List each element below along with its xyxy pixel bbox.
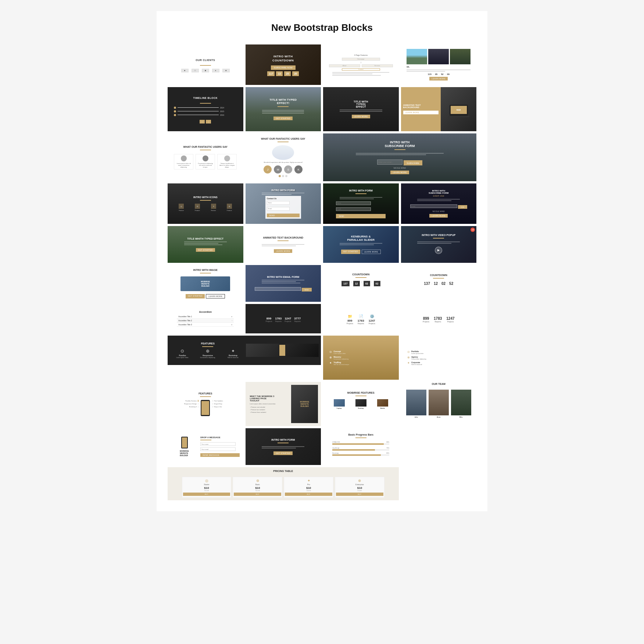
mob-feat-bg-1 — [334, 399, 345, 407]
animated-white-lines — [262, 244, 304, 246]
subscribe-dark-btn[interactable]: JOIN — [458, 205, 467, 209]
block-title-typed-forest[interactable]: TITLE WHITH TYPED EFFECT GET STARTED — [168, 226, 243, 263]
phone-screen — [279, 345, 285, 356]
pricing-period-2: /month — [234, 490, 281, 491]
block-intro-subscribe[interactable]: INTRO WITHSUBSCRIBE FORM SUBSCRIBE NICOL… — [323, 133, 476, 181]
icon-label-4: Feature — [222, 210, 237, 211]
pricing-btn-3[interactable]: Buy — [285, 493, 332, 496]
timeline-btn-1[interactable]: › — [200, 120, 205, 124]
vl-1 — [417, 242, 460, 242]
intro-image-btn-2[interactable]: LEARN MORE — [206, 294, 225, 298]
form-name-input[interactable] — [267, 201, 290, 205]
meet-text: MEET THE MOBIRISE 3LANDING PAGETOOLKIT L… — [248, 385, 291, 423]
intro-image-btn-1[interactable]: GET STARTED — [186, 294, 205, 298]
drop-send-btn[interactable]: SEND MESSAGE — [200, 453, 240, 457]
block-kenburns[interactable]: KENBURNS &PARALLAX SLIDER GET STARTED LE… — [323, 226, 399, 263]
block-our-clients[interactable]: OUR CLIENTS ◆ ⬡ ▣ ◈ ◉ — [168, 44, 243, 85]
typed-dark-btn[interactable]: LEARN MORE — [352, 115, 370, 118]
tdl-2 — [340, 111, 382, 112]
photo-caption-title: 04. — [407, 66, 471, 68]
kl-1 — [340, 243, 382, 244]
block-intro-subscribe-dark[interactable]: INTRO WITHSUBSCRIBE FORM EVENT: 2016 JOI… — [401, 183, 477, 224]
flow-row: About Services — [329, 64, 393, 67]
dot-1 — [282, 175, 284, 177]
el-1 — [262, 280, 304, 280]
accordion-item-3[interactable]: Accordion Title 3 + — [177, 323, 234, 327]
typed-forest-title: TITLE WHITH TYPED EFFECT — [187, 237, 223, 240]
fdkl-1 — [340, 197, 382, 198]
drop-name-input[interactable] — [200, 442, 236, 446]
pricing-plan-3: Pro — [285, 483, 332, 486]
pricing-btn-2[interactable]: Buy — [234, 493, 281, 496]
feat-phone-mockup — [201, 400, 210, 416]
subscribe-more-btn[interactable]: LEARN MORE — [390, 171, 409, 174]
flow-line-1 — [361, 62, 361, 63]
accordion-item-2[interactable]: Accordion Title 2 - — [177, 319, 234, 323]
animated-white-btn[interactable]: LEARN MORE — [274, 249, 292, 253]
white-icon-1: ⊙ — [407, 350, 410, 354]
timeline-btn-2[interactable]: › — [206, 120, 211, 124]
laptop-text: MOBIRISEWEBSITEBUILDER — [201, 280, 210, 287]
white-feat-desc-1: Lorem ipsum dolor — [411, 353, 423, 354]
form-submit-btn[interactable]: SEND — [267, 214, 300, 217]
form-email-input[interactable] — [267, 207, 290, 211]
subscribe-submit-btn[interactable]: SUBSCRIBE — [404, 160, 422, 165]
countdown-hours: 13 — [276, 71, 283, 76]
subscribe-email-input[interactable] — [377, 160, 402, 165]
subscribe-dark-email[interactable] — [410, 204, 457, 208]
email-form-input[interactable] — [255, 287, 301, 291]
tav-1: J — [264, 165, 272, 173]
icon-2: ⊛ — [195, 204, 200, 209]
dark-form-email[interactable] — [336, 207, 371, 211]
progress-fill-2 — [332, 449, 375, 451]
cd1-seconds: 02 — [374, 281, 380, 286]
subscribe-now-btn[interactable]: SUBSCRIBE NOW — [271, 65, 296, 70]
pricing-btn-1[interactable]: Buy — [183, 493, 230, 496]
subscribe-dark-more-btn[interactable]: LEARN MORE — [429, 214, 448, 218]
clients-title: OUR CLIENTS — [194, 57, 217, 63]
photo-grid-btn[interactable]: Learn More — [429, 77, 448, 80]
typed-btn-1[interactable]: GET STARTED — [273, 117, 293, 120]
dark-form-btn[interactable]: SEND — [336, 214, 386, 218]
features-phone-container — [246, 344, 319, 357]
block-intro-email[interactable]: INTRO WITH EMAIL FORM SEND — [246, 265, 321, 302]
block-intro-video[interactable]: INTRO WITH VIDEO POPUP ▶ 18 — [401, 226, 477, 263]
block-title-typed[interactable]: TITLE WITH TYPEDEFFECT! GET STARTED — [246, 87, 321, 131]
client-logo-2: ⬡ — [192, 69, 199, 72]
subscribe-dark-form: JOIN — [410, 204, 467, 209]
block-intro-countdown[interactable]: INTRO WITHCOUNTDOWN SUBSCRIBE NOW 117 13… — [246, 44, 321, 85]
kenburns-lines — [340, 243, 382, 245]
dark-form-name[interactable] — [336, 201, 371, 205]
video-play-btn[interactable]: ▶ — [435, 247, 442, 254]
typed-forest-btn[interactable]: GET STARTED — [196, 248, 215, 252]
typed-forest-lines — [184, 242, 227, 245]
block-intro-form-final[interactable]: INTRO WITH FORM GET STARTED — [246, 428, 321, 465]
form-dark-sep — [355, 193, 366, 194]
block-intro-form-desk[interactable]: INTRO WITH FORM Contact Us SEND — [246, 183, 321, 224]
typed-title-1: TITLE WITH TYPEDEFFECT! — [269, 98, 297, 105]
our-team-title: OUR TEAM — [432, 383, 446, 385]
block-intro-icons[interactable]: INTRO WITH ICONS ◎ Feature ⊛ Feature ✦ F… — [168, 183, 243, 224]
block-intro-form-dark[interactable]: INTRO WITH FORM SEND — [323, 183, 399, 224]
mob-feat-name-1: Laptop — [329, 407, 350, 409]
stat-p-lbl2: Reports — [434, 321, 442, 323]
block-title-typed-dark[interactable]: TITLE WITHTYPED|EFFECT LEARN MORE — [323, 87, 399, 131]
users-sep-left — [200, 150, 211, 150]
block-col-features-white: ⊙ Portfolio Lorem ipsum dolor ⊕ Agency C… — [401, 336, 477, 380]
form-final-btn[interactable]: GET STARTED — [273, 451, 293, 455]
pricing-btn-4[interactable]: Buy — [336, 493, 383, 496]
email-form-btn[interactable]: SEND — [302, 288, 312, 291]
accordion-item-1[interactable]: Accordion Title 1 + — [177, 315, 234, 319]
drop-email-input[interactable] — [200, 447, 236, 451]
kenburns-btn-1[interactable]: GET STARTED — [341, 250, 360, 254]
cd2-seconds: 09 — [447, 73, 450, 75]
block-mobirise-features: MOBIRISE FEATURES Laptop Desktop — [323, 382, 399, 419]
form-dark-inputs: SEND — [336, 201, 386, 218]
block-drop-message: MOBIRISEWEBSITEBUILDER DROP A MESSAGE SE… — [168, 428, 243, 465]
check-3: ✓ Feature three included — [250, 411, 290, 413]
feat-right-col: Free Updates Drag & Drop Easy to Use — [212, 400, 237, 416]
mob-feat-img-3 — [377, 399, 388, 407]
mob-feat-sep — [355, 396, 366, 396]
animated-btn[interactable]: LEARN MORE — [403, 111, 439, 114]
kenburns-btn-2[interactable]: LEARN MORE — [362, 250, 381, 254]
